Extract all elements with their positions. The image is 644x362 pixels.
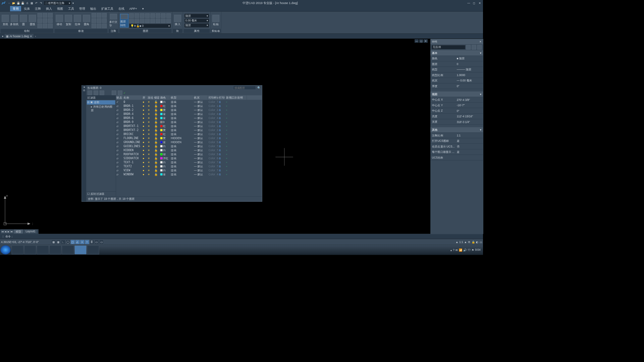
ribbon-small-icon[interactable] xyxy=(102,18,107,23)
layer-row[interactable]: ▱BRICKC●☀🔓红连续— 默认Color_1⎙▫ xyxy=(116,132,262,136)
col-header[interactable]: 新视口冻结 xyxy=(226,95,237,100)
col-header[interactable]: 线型 xyxy=(170,95,194,100)
annotation-icon[interactable]: ▲ xyxy=(464,240,467,243)
layer-tool-icon[interactable] xyxy=(151,18,155,23)
props-row[interactable]: 每个视口都显示 ...是 xyxy=(430,149,483,155)
properties-close-icon[interactable]: ✕ xyxy=(479,40,482,43)
layer-row[interactable]: ▱BRDR-9●☀🔓9连续— 默认Color_9⎙▫ xyxy=(116,120,262,124)
minimize-button[interactable]: — xyxy=(467,1,471,5)
sub-minimize-button[interactable]: — xyxy=(415,39,419,43)
props-row[interactable]: 厚度0" xyxy=(430,83,483,89)
taskbar-word[interactable] xyxy=(87,245,99,254)
layout-last-icon[interactable]: ⏭ xyxy=(10,230,13,234)
props-row[interactable]: 中心点 Y-16'-7" xyxy=(430,103,483,108)
layer-search-input[interactable] xyxy=(233,86,256,90)
menu-4[interactable]: 视图 xyxy=(54,6,65,11)
layer-row[interactable]: ▱BRDRTXT-2●☀🔓黄连续— 默认Color_2⎙▫ xyxy=(116,128,262,132)
app-logo[interactable] xyxy=(1,1,6,6)
cleanscreen-icon[interactable]: ▭ xyxy=(480,240,482,244)
document-tab[interactable]: ▦ Ar house 1.dwg ✕ xyxy=(5,34,34,39)
col-header[interactable]: 锁定 xyxy=(154,95,160,100)
layer-tool-icon[interactable] xyxy=(135,13,139,18)
props-row[interactable]: 注释比例1:1 xyxy=(430,133,483,138)
props-row[interactable]: 宽度318'-3 1/4" xyxy=(430,119,483,125)
filter-tree[interactable]: ⊟ ▣ 全部 ▸ 所有已使用的图层 xyxy=(86,100,116,191)
props-row[interactable]: 线宽— 0.00 毫米 xyxy=(430,78,483,84)
ribbon-圆[interactable]: 圆 xyxy=(19,14,28,27)
tree-node-all[interactable]: ⊟ ▣ 全部 xyxy=(87,100,115,105)
props-row[interactable]: 在原点显示 UCS...否 xyxy=(430,144,483,149)
props-group-header[interactable]: 其他▾ xyxy=(430,127,483,133)
taskbar-explorer[interactable] xyxy=(12,245,24,254)
menu-9[interactable]: 在线 xyxy=(116,6,127,11)
dialog-pin-icon[interactable]: ⊟ xyxy=(83,89,85,92)
ribbon-复制[interactable]: 复制 xyxy=(64,14,73,27)
layer-tool-icon[interactable] xyxy=(145,18,150,23)
layer-row[interactable]: ▱BRDR-2●☀🔓黄连续— 默认Color_2⎙▫ xyxy=(116,108,262,112)
sc-toggle[interactable]: ▭ xyxy=(99,240,104,244)
layer-tool-icon[interactable] xyxy=(129,18,134,23)
col-header[interactable]: 开 xyxy=(142,95,147,100)
taskbar-zwcad[interactable] xyxy=(74,245,87,254)
delete-layer-button[interactable] xyxy=(100,90,104,95)
annoscale-icon[interactable]: ▲ xyxy=(455,240,458,243)
qat-save-icon[interactable]: 💾 xyxy=(16,1,20,5)
osnap-toggle[interactable]: ◻ xyxy=(70,240,75,244)
annoscale-value[interactable]: 1:1 xyxy=(459,240,463,243)
search-icon[interactable]: 🔍 xyxy=(257,86,261,89)
layer-row[interactable]: ▱TEXT2●☀🔓白连续— 默认Color_7⎙▫ xyxy=(116,164,262,168)
qat-new-icon[interactable]: ▫ xyxy=(7,1,11,5)
ribbon-多行文字[interactable]: 多行文字 xyxy=(109,14,118,27)
ribbon-圆角[interactable]: 圆角 xyxy=(82,14,91,27)
selectobjects-icon[interactable] xyxy=(477,45,482,50)
coordinates-display[interactable]: 4.3915E+03, -27'-4 7/16", 0'-0" xyxy=(1,240,51,243)
layer-row[interactable]: ▱TEXT-1●☀🔓白连续— 默认Color_7⎙▫ xyxy=(116,160,262,164)
layer-tool-icon[interactable] xyxy=(161,18,166,23)
prop-combo[interactable]: 随层▾ xyxy=(184,23,209,28)
layout-tab[interactable]: 模型 xyxy=(14,230,23,234)
layer-row[interactable]: ▱GROUNDLINE●☀🔓蓝HIDDEN— 默认Color_5⎙▫ xyxy=(116,140,262,144)
props-row[interactable]: 线型比例1.0000 xyxy=(430,72,483,78)
qat-redo-icon[interactable]: ↷ xyxy=(39,1,43,5)
qat-plot-icon[interactable]: ⎙ xyxy=(25,1,29,5)
ribbon-small-icon[interactable] xyxy=(38,18,42,23)
layer-state-button[interactable] xyxy=(112,90,116,95)
layer-tool-icon[interactable] xyxy=(151,13,155,18)
props-row[interactable]: 图层0 xyxy=(430,61,483,67)
grid-header[interactable]: 状态名称开冻结锁定颜色线型线宽打印样式打印新视口冻结说明 xyxy=(116,95,262,100)
props-row[interactable]: 高度112'-4 15/16" xyxy=(430,114,483,119)
lock-icon[interactable]: 🔒 xyxy=(472,240,475,244)
dialog-close-icon[interactable]: ✕ xyxy=(83,86,85,88)
tray-shield-icon[interactable]: 🛡 xyxy=(468,248,471,251)
ribbon-small-icon[interactable] xyxy=(92,13,96,18)
tray-net-icon[interactable]: 📶 xyxy=(459,248,463,252)
ribbon-small-icon[interactable] xyxy=(43,18,48,23)
ribbon-small-icon[interactable] xyxy=(97,13,102,18)
ribbon-移动[interactable]: 移动 xyxy=(55,14,64,27)
ribbon-small-icon[interactable] xyxy=(92,23,96,28)
qat-undo-icon[interactable]: ↶ xyxy=(34,1,38,5)
ribbon-直线[interactable]: 直线 xyxy=(1,14,10,27)
ribbon-small-icon[interactable] xyxy=(97,23,102,28)
menu-0[interactable]: 常用 xyxy=(10,6,21,11)
menu-6[interactable]: 管理 xyxy=(76,6,88,11)
otrack-toggle[interactable]: ∠ xyxy=(75,240,80,244)
layer-row[interactable]: ▱FLOORLINE●☀🔓黄HIDDEN— 默认Color_2⎙▫ xyxy=(116,136,262,140)
close-tab-icon[interactable]: ✕ xyxy=(30,35,32,38)
grid-toggle[interactable]: ▦ xyxy=(51,240,56,244)
ribbon-图层特性[interactable]: 图层特性 xyxy=(120,14,129,27)
layer-tool-icon[interactable] xyxy=(145,13,150,18)
polar-toggle[interactable]: ◯ xyxy=(66,240,70,244)
taskbar-app2[interactable] xyxy=(49,245,61,254)
tray-help-icon[interactable]: ? xyxy=(453,248,454,251)
layer-tool-icon[interactable] xyxy=(156,13,160,18)
layer-row[interactable]: ▱SIDEHATCH●☀🔓洋红连续— 默认Color_6⎙▫ xyxy=(116,156,262,160)
ribbon-拉伸[interactable]: 拉伸 xyxy=(73,14,82,27)
props-group-header[interactable]: 视图▾ xyxy=(430,92,483,97)
prop-combo[interactable]: 0.00 毫米▾ xyxy=(184,18,209,23)
taskbar-app1[interactable] xyxy=(37,245,49,254)
sub-close-button[interactable]: ✕ xyxy=(424,39,428,43)
layer-combo[interactable]: 💡❄🔓■ 0▾ xyxy=(129,23,171,28)
layer-tool-icon[interactable] xyxy=(166,13,171,18)
layer-row[interactable]: ▱GUIDELINES●☀🔓白连续— 默认Color_7⎙▫ xyxy=(116,144,262,148)
